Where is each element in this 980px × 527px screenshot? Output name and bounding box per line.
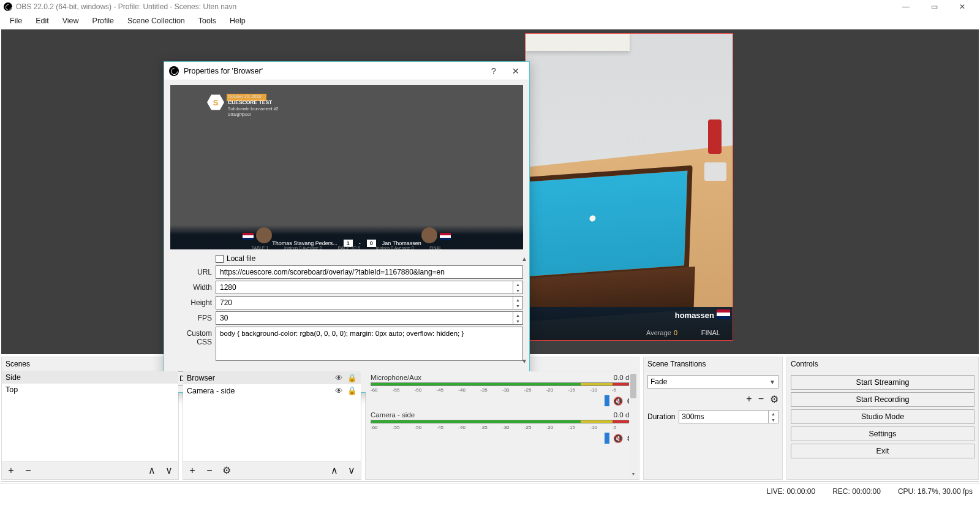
- width-input[interactable]: [220, 281, 511, 294]
- volume-slider[interactable]: [605, 395, 609, 406]
- scenes-panel: Scenes Side Top + − ∧ ∨: [1, 357, 179, 480]
- bottom-panels: Scenes Side Top + − ∧ ∨ Sources Browser …: [0, 354, 980, 480]
- maximize-button[interactable]: ▭: [920, 0, 948, 13]
- start-recording-button[interactable]: Start Recording: [791, 392, 974, 407]
- obs-icon: [4, 2, 12, 11]
- url-label: URL: [170, 268, 212, 276]
- dialog-scrollbar[interactable]: ▴▾: [519, 252, 529, 368]
- obs-icon: [169, 66, 179, 76]
- duration-input[interactable]: 300ms ▲▼: [679, 410, 778, 423]
- window-title-bar: OBS 22.0.2 (64-bit, windows) - Profile: …: [0, 0, 980, 13]
- mute-icon[interactable]: 🔇: [613, 434, 623, 443]
- transition-select[interactable]: Fade▼: [647, 375, 778, 389]
- menu-help[interactable]: Help: [224, 15, 252, 27]
- local-file-checkbox[interactable]: [216, 255, 224, 263]
- sources-panel: Sources Browser 👁 🔒 Camera - side 👁 🔒 + …: [183, 357, 361, 480]
- player-name: homassen: [675, 311, 714, 320]
- controls-header: Controls: [787, 357, 978, 371]
- window-controls: — ▭ ✕: [892, 0, 976, 13]
- menu-profile[interactable]: Profile: [86, 15, 120, 27]
- transition-settings-button[interactable]: ⚙: [770, 393, 778, 405]
- remove-scene-button[interactable]: −: [23, 465, 34, 476]
- status-bar: LIVE: 00:00:00 REC: 00:00:00 CPU: 16.7%,…: [0, 483, 980, 499]
- remove-transition-button[interactable]: −: [758, 393, 764, 405]
- camera-scene: homassen Average0 FINAL: [526, 34, 733, 340]
- logo-icon: S: [207, 94, 224, 111]
- add-transition-button[interactable]: +: [746, 393, 752, 405]
- move-up-button[interactable]: ∧: [329, 464, 340, 476]
- mixer-scrollbar[interactable]: ▴▾: [629, 373, 638, 478]
- meter-axis: -60-55-50-45-40-35-30-25-20-15-10-50: [371, 387, 634, 393]
- fps-label: FPS: [170, 314, 212, 322]
- menu-view[interactable]: View: [56, 15, 85, 27]
- visibility-toggle-icon[interactable]: 👁: [334, 374, 344, 382]
- lock-icon[interactable]: 🔒: [347, 386, 357, 395]
- camera-source-frame[interactable]: homassen Average0 FINAL: [525, 33, 733, 341]
- remove-source-button[interactable]: −: [204, 465, 215, 476]
- mixer-track: Camera - side0.0 dB -60-55-50-45-40-35-3…: [366, 409, 639, 446]
- settings-button[interactable]: Settings: [791, 427, 974, 441]
- preview-canvas[interactable]: homassen Average0 FINAL Properties for '…: [1, 29, 979, 354]
- duration-label: Duration: [647, 412, 675, 421]
- dialog-preview: S October 10, 2018 CUESCORE TEST Subdoma…: [170, 85, 523, 249]
- status-rec: REC: 00:00:00: [832, 487, 881, 496]
- properties-dialog: Properties for 'Browser' ? ✕ S October 1…: [164, 61, 530, 393]
- track-name: Camera - side: [371, 411, 415, 419]
- transitions-header: Scene Transitions: [644, 357, 782, 371]
- css-label: Custom CSS: [170, 327, 212, 346]
- dialog-form: Local file URL Width ▲▼ Height ▲▼: [164, 252, 529, 368]
- menu-bar: File Edit View Profile Scene Collection …: [0, 13, 980, 28]
- menu-edit[interactable]: Edit: [29, 15, 55, 27]
- scoreboard-overlay: homassen Average0 FINAL: [526, 307, 733, 340]
- dialog-help-button[interactable]: ?: [485, 66, 502, 76]
- status-live: LIVE: 00:00:00: [767, 487, 815, 496]
- move-up-button[interactable]: ∧: [146, 464, 157, 476]
- final-label: FINAL: [701, 329, 720, 336]
- move-down-button[interactable]: ∨: [164, 464, 175, 476]
- average-label: Average0: [646, 329, 677, 336]
- menu-file[interactable]: File: [4, 15, 28, 27]
- width-label: Width: [170, 283, 212, 292]
- minimize-button[interactable]: —: [892, 0, 920, 13]
- audio-meter: [371, 382, 634, 386]
- add-scene-button[interactable]: +: [6, 465, 17, 476]
- source-settings-button[interactable]: ⚙: [221, 464, 232, 476]
- visibility-toggle-icon[interactable]: 👁: [334, 387, 344, 395]
- source-item[interactable]: Camera - side 👁 🔒: [183, 384, 361, 397]
- controls-panel: Controls Start Streaming Start Recording…: [786, 357, 979, 480]
- add-source-button[interactable]: +: [187, 465, 198, 476]
- track-name: Microphone/Aux: [371, 374, 421, 381]
- dialog-title-bar[interactable]: Properties for 'Browser' ? ✕: [164, 62, 529, 80]
- move-down-button[interactable]: ∨: [346, 464, 357, 476]
- source-item[interactable]: Browser 👁 🔒: [183, 371, 361, 384]
- flag-icon: [717, 309, 730, 319]
- window-title: OBS 22.0.2 (64-bit, windows) - Profile: …: [16, 2, 892, 11]
- menu-tools[interactable]: Tools: [192, 15, 222, 27]
- url-input[interactable]: [216, 265, 523, 279]
- transitions-panel: Scene Transitions Fade▼ + − ⚙ Duration 3…: [643, 357, 783, 480]
- start-streaming-button[interactable]: Start Streaming: [791, 375, 974, 390]
- status-cpu: CPU: 16.7%, 30.00 fps: [898, 487, 973, 496]
- mute-icon[interactable]: 🔇: [613, 396, 623, 406]
- lock-icon[interactable]: 🔒: [347, 373, 357, 382]
- scenes-header: Scenes: [2, 357, 178, 371]
- custom-css-input[interactable]: [216, 327, 523, 361]
- audio-meter: [371, 420, 634, 423]
- close-button[interactable]: ✕: [948, 0, 976, 13]
- local-file-label: Local file: [227, 254, 255, 263]
- dialog-title: Properties for 'Browser': [184, 67, 480, 75]
- mixer-panel: Mixer Microphone/Aux0.0 dB -60-55-50-45-…: [365, 357, 639, 480]
- dialog-close-button[interactable]: ✕: [507, 66, 524, 76]
- menu-scene-collection[interactable]: Scene Collection: [121, 15, 191, 27]
- scene-item[interactable]: Top: [2, 384, 178, 396]
- height-input[interactable]: [220, 297, 511, 309]
- mixer-track: Microphone/Aux0.0 dB -60-55-50-45-40-35-…: [366, 371, 639, 409]
- height-label: Height: [170, 298, 212, 307]
- exit-button[interactable]: Exit: [791, 444, 974, 458]
- fps-input[interactable]: [220, 312, 511, 324]
- studio-mode-button[interactable]: Studio Mode: [791, 409, 974, 424]
- scene-item[interactable]: Side: [2, 371, 178, 384]
- meter-axis: -60-55-50-45-40-35-30-25-20-15-10-50: [371, 425, 634, 430]
- volume-slider[interactable]: [605, 433, 609, 444]
